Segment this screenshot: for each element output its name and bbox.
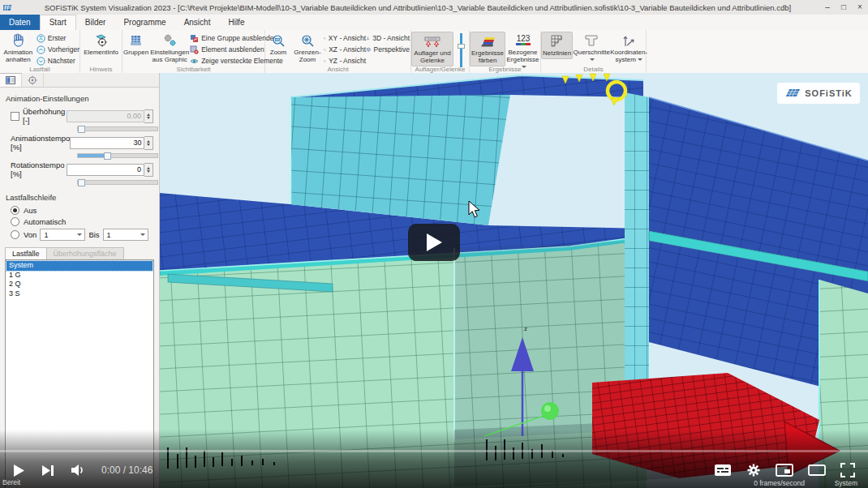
case-tabs: Lastfälle Überhöhungsfläche bbox=[5, 247, 159, 259]
ueberhoehung-checkbox[interactable] bbox=[11, 112, 19, 121]
subtitles-button[interactable] bbox=[714, 464, 732, 477]
panel-tab-target[interactable] bbox=[22, 73, 44, 87]
yz-ansicht-button[interactable]: YZ - Ansicht bbox=[324, 56, 366, 66]
radio-automatisch-row[interactable]: Automatisch bbox=[11, 217, 153, 226]
erster-button[interactable]: Erster bbox=[37, 33, 79, 43]
cross-section-icon bbox=[584, 32, 599, 49]
animationstempo-label: Animationstempo [%] bbox=[11, 134, 70, 152]
ueberhoehung-spinner[interactable] bbox=[144, 109, 153, 123]
slider-handle[interactable] bbox=[458, 44, 465, 49]
animation-anhalten-button[interactable]: Animation anhalten bbox=[0, 32, 37, 65]
panel-tab-settings[interactable] bbox=[0, 73, 22, 87]
status-framerate: 0 frames/second bbox=[754, 479, 805, 487]
von-dropdown[interactable]: 1 bbox=[40, 229, 85, 241]
miniplayer-icon bbox=[776, 464, 793, 477]
naechster-button[interactable]: Nächster bbox=[37, 56, 79, 66]
elementinfo-button[interactable]: ElementInfo bbox=[82, 32, 121, 58]
xy-ansicht-button[interactable]: XY - Ansicht bbox=[324, 33, 366, 43]
3d-ansicht-button[interactable]: 3D - Ansicht bbox=[366, 33, 410, 43]
grenzen-zoom-button[interactable]: Grenzen-Zoom bbox=[291, 32, 324, 65]
bis-dropdown[interactable]: 1 bbox=[103, 229, 148, 241]
rotationstempo-slider[interactable] bbox=[77, 180, 158, 185]
slider-handle[interactable] bbox=[78, 126, 85, 133]
von-radio[interactable] bbox=[11, 230, 19, 239]
einstellungen-aus-graphic-button[interactable]: Einstellungen aus Graphic bbox=[149, 32, 190, 65]
svg-text:z: z bbox=[524, 325, 527, 332]
animationstempo-spinner[interactable] bbox=[144, 136, 153, 150]
slider-handle[interactable] bbox=[78, 179, 85, 186]
vorheriger-button[interactable]: Vorheriger bbox=[37, 45, 79, 54]
automatisch-radio[interactable] bbox=[11, 217, 19, 226]
theater-mode-icon bbox=[808, 464, 826, 477]
auflager-und-gelenke-button[interactable]: Auflager und Gelenke bbox=[411, 32, 453, 66]
play-button[interactable] bbox=[13, 464, 25, 477]
video-time: 0:00 / 10:46 bbox=[101, 464, 153, 476]
gruppen-button[interactable]: Gruppen bbox=[122, 32, 149, 58]
svg-text:123: 123 bbox=[516, 34, 530, 43]
xy-axes-icon bbox=[324, 34, 326, 42]
slider-fill bbox=[78, 154, 105, 157]
video-play-button[interactable] bbox=[408, 224, 460, 261]
model-viewport[interactable]: z SOFiSTiK bbox=[160, 73, 868, 488]
perspektive-button[interactable]: Perspektive bbox=[366, 45, 410, 54]
ueberhoehung-input[interactable]: 0.00 bbox=[67, 110, 144, 122]
miniplayer-button[interactable] bbox=[776, 464, 793, 477]
sofistik-logo-icon bbox=[784, 88, 801, 99]
maximize-button[interactable]: □ bbox=[836, 0, 852, 15]
slider-handle[interactable] bbox=[104, 152, 111, 160]
panel-icon bbox=[6, 76, 15, 84]
theater-button[interactable] bbox=[808, 464, 826, 477]
list-item[interactable]: 1 G bbox=[6, 271, 153, 280]
subtitles-icon bbox=[714, 464, 732, 477]
lastfallschleife-header: Lastfallschleife bbox=[6, 193, 153, 202]
numeric-results-icon: 123 bbox=[513, 32, 533, 49]
ueberhoehung-label: Überhöhung [-] bbox=[23, 107, 67, 125]
aus-radio[interactable] bbox=[11, 206, 19, 215]
tab-bilder[interactable]: Bilder bbox=[76, 15, 115, 30]
ueberhoehung-slider[interactable] bbox=[77, 126, 158, 131]
netzlinien-button[interactable]: Netzlinien bbox=[541, 32, 573, 59]
minimize-button[interactable]: – bbox=[819, 0, 836, 15]
yz-axes-icon bbox=[324, 57, 326, 65]
tab-daten[interactable]: Daten bbox=[0, 15, 40, 30]
color-results-icon bbox=[479, 33, 496, 49]
animationstempo-input[interactable]: 30 bbox=[70, 137, 144, 149]
tab-hilfe[interactable]: Hilfe bbox=[219, 15, 253, 30]
group-label-details: Details bbox=[541, 66, 646, 73]
volume-button[interactable] bbox=[71, 464, 87, 477]
magnifier-extents-icon bbox=[301, 32, 315, 49]
next-icon bbox=[41, 464, 54, 477]
animationstempo-slider[interactable] bbox=[77, 153, 158, 158]
tab-start[interactable]: Start bbox=[40, 15, 76, 30]
tab-ansicht[interactable]: Ansicht bbox=[175, 15, 220, 30]
group-label-sichtbarkeit: Sichtbarkeit bbox=[122, 66, 264, 73]
list-item[interactable]: System bbox=[6, 261, 153, 271]
app-window: SOFiSTiK System Visualization 2023 - [C:… bbox=[0, 0, 868, 488]
ergebnisse-faerben-button[interactable]: Ergebnisse färben bbox=[470, 32, 505, 66]
coordinate-system-icon bbox=[621, 32, 636, 49]
video-seekbar[interactable] bbox=[0, 450, 868, 452]
auflager-size-slider[interactable] bbox=[457, 33, 465, 67]
crosshair-icon bbox=[28, 75, 37, 85]
list-item[interactable]: 2 Q bbox=[6, 280, 153, 289]
rotationstempo-spinner[interactable] bbox=[144, 163, 153, 177]
next-button[interactable] bbox=[41, 464, 54, 477]
list-item[interactable]: 3 S bbox=[6, 289, 153, 299]
zoom-button[interactable]: Zoom bbox=[265, 32, 291, 58]
tab-programme[interactable]: Programme bbox=[114, 15, 174, 30]
xz-ansicht-button[interactable]: XZ - Ansicht bbox=[324, 45, 366, 54]
close-button[interactable]: × bbox=[852, 0, 868, 15]
koordinatensystem-button[interactable]: Koordinaten-system bbox=[610, 32, 647, 65]
rotationstempo-label: Rotationstempo [%] bbox=[11, 161, 67, 178]
settings-button[interactable] bbox=[746, 463, 761, 477]
tab-lastfaelle[interactable]: Lastfälle bbox=[5, 247, 47, 259]
querschnitte-button[interactable]: Querschnitte bbox=[573, 32, 610, 65]
fullscreen-button[interactable] bbox=[840, 463, 855, 477]
rotationstempo-input[interactable]: 0 bbox=[67, 164, 144, 176]
axes-3d-icon bbox=[366, 34, 370, 42]
supports-icon bbox=[423, 33, 441, 49]
rotationstempo-row: Rotationstempo [%] 0 bbox=[11, 161, 153, 178]
radio-aus-row[interactable]: Aus bbox=[11, 206, 153, 215]
ribbon-tab-row: Daten Start Bilder Programme Ansicht Hil… bbox=[0, 15, 868, 30]
element-info-icon bbox=[94, 32, 109, 49]
